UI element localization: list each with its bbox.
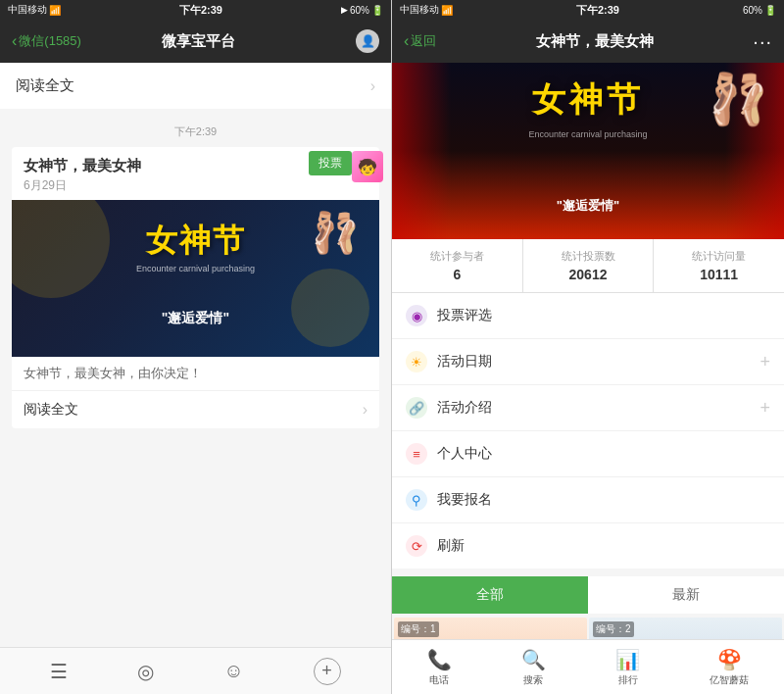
vote-menu-icon: ◉: [406, 305, 427, 326]
search-label: 搜索: [523, 673, 543, 687]
left-scroll-content: 阅读全文 › 下午2:39 投票 🧒 女神节，最美女神 6月29日: [0, 63, 391, 647]
menu-item-refresh[interactable]: ⟳ 刷新: [392, 523, 784, 569]
banner-dancer-icon: 🩰: [311, 210, 360, 256]
left-wifi-icon: 📶: [49, 5, 61, 16]
left-carrier: 中国移动: [8, 3, 47, 17]
right-battery: 60% 🔋: [743, 5, 776, 16]
bnav-phone[interactable]: 📞 电话: [427, 648, 452, 687]
tab-latest[interactable]: 最新: [588, 576, 784, 614]
profile-menu-icon: ≡: [406, 443, 427, 465]
menu-list: ◉ 投票评选 ☀ 活动日期 + 🔗: [392, 293, 784, 569]
menu-item-register[interactable]: ⚲ 我要报名: [392, 477, 784, 523]
vote-button[interactable]: 投票: [309, 151, 352, 175]
timestamp: 下午2:39: [0, 117, 391, 143]
card-date: 6月29日: [24, 177, 368, 194]
search-icon: 🔍: [521, 648, 546, 671]
sender-avatar-img: 🧒: [352, 151, 383, 182]
banner-subtitle-text: Encounter carnival purchasing: [136, 264, 255, 273]
right-carrier: 中国移动: [400, 3, 439, 17]
stat-votes: 统计投票数 20612: [523, 239, 655, 292]
left-gps-icon: ▶: [341, 5, 348, 15]
right-nav-bar: ‹ 返回 女神节，最美女神 ···: [392, 20, 784, 63]
message-area: 投票 🧒 女神节，最美女神 6月29日 女神节 E: [0, 143, 391, 428]
ranking-label: 排行: [618, 673, 638, 687]
right-scroll-content: 女神节 Encounter carnival purchasing "邂逅爱情"…: [392, 63, 784, 639]
read-full-top-label: 阅读全文: [16, 76, 74, 95]
menu-item-register-left: ⚲ 我要报名: [406, 489, 492, 511]
card-read-more-label: 阅读全文: [24, 401, 78, 419]
right-nav-title: 女神节，最美女神: [436, 32, 753, 51]
card-read-more-button[interactable]: 阅读全文 ›: [12, 390, 379, 428]
banner-quote-text: "邂逅爱情": [162, 310, 229, 327]
menu-item-date[interactable]: ☀ 活动日期 +: [392, 339, 784, 385]
left-nav-title: 微享宝平台: [50, 32, 348, 51]
left-phone: 中国移动 📶 下午2:39 ▶ 60% 🔋 ‹ 微信(1585) 微享宝平台 👤…: [0, 0, 392, 694]
menu-icon[interactable]: ☰: [50, 660, 68, 683]
menu-item-profile[interactable]: ≡ 个人中心: [392, 431, 784, 477]
bnav-search[interactable]: 🔍 搜索: [521, 648, 546, 687]
thumb-card-1: 👧 编号：1: [394, 618, 587, 639]
date-plus-icon: +: [760, 352, 770, 372]
left-time: 下午2:39: [179, 3, 222, 18]
thumb-card-2: 👩 编号：2: [589, 618, 782, 639]
phone-icon: 📞: [427, 648, 452, 671]
right-phone: 中国移动 📶 下午2:39 60% 🔋 ‹ 返回 女神节，最美女神 ··· 女神…: [392, 0, 784, 694]
stat-visits-label: 统计访问量: [662, 249, 776, 264]
bnav-mushroom[interactable]: 🍄 亿智蘑菇: [710, 648, 749, 687]
menu-item-refresh-left: ⟳ 刷新: [406, 535, 465, 557]
more-button[interactable]: ···: [753, 30, 772, 53]
speaker-icon[interactable]: ◎: [137, 660, 154, 683]
refresh-menu-label: 刷新: [437, 537, 465, 555]
menu-item-vote[interactable]: ◉ 投票评选: [392, 293, 784, 339]
tab-row: 全部 最新: [392, 576, 784, 614]
stat-votes-value: 20612: [531, 267, 646, 282]
right-back-button[interactable]: ‹ 返回: [404, 32, 436, 50]
add-icon: +: [321, 661, 332, 681]
menu-item-intro[interactable]: 🔗 活动介绍 +: [392, 385, 784, 431]
stat-visits-value: 10111: [662, 267, 776, 282]
card-read-more-arrow: ›: [363, 401, 368, 419]
read-full-top-box[interactable]: 阅读全文 ›: [0, 63, 391, 109]
right-banner-quote: "邂逅爱情": [557, 197, 619, 215]
stat-votes-label: 统计投票数: [531, 249, 646, 264]
emoji-icon[interactable]: ☺: [223, 660, 243, 682]
left-signal: 中国移动 📶: [8, 3, 61, 17]
left-status-bar: 中国移动 📶 下午2:39 ▶ 60% 🔋: [0, 0, 391, 20]
ranking-icon: 📊: [615, 648, 640, 671]
menu-item-vote-left: ◉ 投票评选: [406, 305, 492, 326]
right-bottom-nav: 📞 电话 🔍 搜索 📊 排行 🍄 亿智蘑菇: [392, 639, 784, 694]
stats-row: 统计参与者 6 统计投票数 20612 统计访问量 10111: [392, 239, 784, 293]
date-menu-icon: ☀: [406, 351, 427, 372]
intro-menu-label: 活动介绍: [437, 399, 492, 417]
banner-ribbon-left: [392, 63, 451, 239]
banner-circle-2: [291, 269, 369, 347]
refresh-menu-icon: ⟳: [406, 535, 427, 557]
right-banner-title: 女神节: [532, 77, 644, 123]
card-banner: 女神节 Encounter carnival purchasing "邂逅爱情"…: [12, 200, 379, 357]
right-status-bar: 中国移动 📶 下午2:39 60% 🔋: [392, 0, 784, 20]
tab-all[interactable]: 全部: [392, 576, 588, 614]
thumb-label-2: 编号：2: [593, 621, 634, 637]
profile-menu-label: 个人中心: [437, 445, 492, 463]
left-battery-pct: 60%: [350, 5, 369, 16]
phone-label: 电话: [429, 673, 449, 687]
right-battery-pct: 60%: [743, 5, 762, 16]
add-button[interactable]: +: [314, 658, 341, 685]
mushroom-label: 亿智蘑菇: [710, 673, 749, 687]
right-time: 下午2:39: [576, 3, 619, 18]
left-avatar-icon: 👤: [356, 29, 379, 53]
thumb-label-1: 编号：1: [398, 621, 439, 637]
read-full-top-arrow: ›: [370, 77, 375, 95]
thumbnails-row: 👧 编号：1 👩 编号：2: [392, 618, 784, 639]
left-bottom-nav: ☰ ◎ ☺ +: [0, 647, 391, 694]
stat-participants-label: 统计参与者: [400, 249, 514, 264]
left-battery-icon: 🔋: [371, 5, 383, 16]
banner-circle-1: [12, 200, 110, 298]
right-battery-icon: 🔋: [764, 5, 776, 16]
sender-avatar: 🧒: [352, 151, 383, 182]
bnav-ranking[interactable]: 📊 排行: [615, 648, 640, 687]
menu-item-intro-left: 🔗 活动介绍: [406, 397, 492, 419]
right-banner-dancer-icon: 🩰: [708, 71, 768, 127]
intro-menu-icon: 🔗: [406, 397, 427, 419]
right-chevron-icon: ‹: [404, 32, 409, 50]
